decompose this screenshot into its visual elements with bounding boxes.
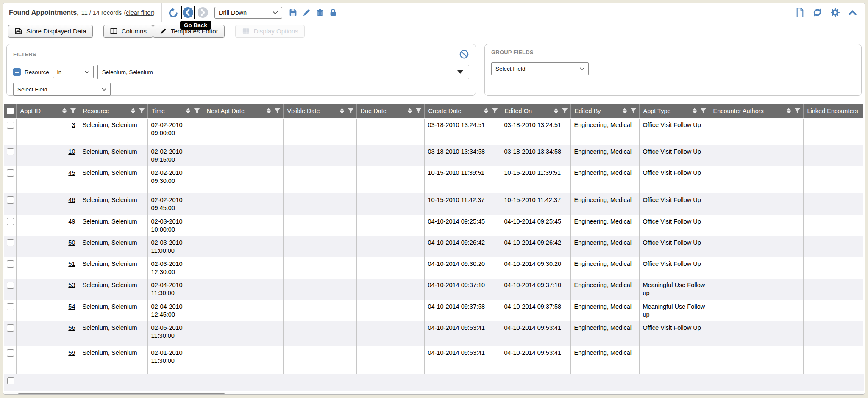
divider	[230, 22, 230, 40]
row-checkbox[interactable]	[7, 169, 14, 177]
filter-funnel-icon[interactable]	[139, 108, 145, 114]
go-back-focus-ring: Go Back	[181, 6, 195, 19]
appt-id-link[interactable]: 56	[68, 324, 75, 331]
due-date-cell	[356, 166, 424, 193]
lock-view-icon[interactable]	[329, 8, 337, 17]
column-label: Edited On	[505, 108, 551, 114]
filters-label: FILTERS	[13, 51, 36, 58]
appt-id-link[interactable]: 59	[68, 349, 75, 356]
settings-gear-icon[interactable]	[830, 7, 840, 18]
appt-id-link[interactable]: 50	[68, 239, 75, 246]
appt-type-cell: Office Visit Follow Up	[639, 321, 709, 346]
filter-funnel-icon[interactable]	[562, 108, 568, 114]
column-header-appt_id[interactable]: Appt ID	[16, 104, 79, 118]
sort-icon[interactable]	[186, 108, 191, 114]
collapse-chevron-up-icon[interactable]	[848, 8, 857, 17]
column-header-encounter_authors[interactable]: Encounter Authors	[709, 104, 803, 118]
column-header-edited_by[interactable]: Edited By	[570, 104, 639, 118]
linked-encounters-cell	[803, 145, 863, 166]
save-view-icon[interactable]	[289, 8, 298, 17]
horizontal-scrollbar[interactable]	[4, 392, 864, 395]
filter-field-name: Resource	[25, 69, 49, 75]
appt-id-link[interactable]: 51	[68, 260, 75, 267]
filter-funnel-icon[interactable]	[274, 108, 281, 114]
appt-id-link[interactable]: 49	[68, 218, 75, 225]
edited-by-cell: Engineering, Medical	[570, 279, 639, 300]
appt-id-link[interactable]: 53	[68, 282, 75, 288]
column-header-appt_type[interactable]: Appt Type	[639, 104, 709, 118]
column-header-due_date[interactable]: Due Date	[356, 104, 424, 118]
sort-icon[interactable]	[786, 108, 791, 114]
group-add-field-select[interactable]: Select Field	[491, 62, 589, 75]
column-header-resource[interactable]: Resource	[79, 104, 147, 118]
row-checkbox[interactable]	[7, 122, 14, 129]
columns-button[interactable]: Columns	[103, 25, 153, 38]
appt-id-link[interactable]: 45	[68, 169, 75, 176]
scrollbar-thumb[interactable]	[16, 393, 227, 395]
row-checkbox[interactable]	[7, 349, 14, 357]
sort-icon[interactable]	[622, 108, 627, 114]
new-document-icon[interactable]	[795, 7, 805, 18]
sort-icon[interactable]	[339, 108, 345, 114]
filter-funnel-icon[interactable]	[700, 108, 707, 114]
column-header-time[interactable]: Time	[147, 104, 203, 118]
row-checkbox[interactable]	[7, 218, 14, 225]
column-header-visible_date[interactable]: Visible Date	[283, 104, 356, 118]
clear-filter-link[interactable]: (clear filter)	[124, 9, 155, 16]
column-header-next_apt_date[interactable]: Next Apt Date	[203, 104, 283, 118]
edit-view-icon[interactable]	[302, 8, 311, 17]
filter-funnel-icon[interactable]	[70, 108, 76, 114]
scroll-right-arrow[interactable]	[855, 394, 860, 395]
clear-all-filters-icon[interactable]	[459, 49, 469, 59]
row-checkbox[interactable]	[7, 239, 14, 246]
column-header-linked_encounters[interactable]: Linked Encounters	[803, 104, 863, 118]
filter-funnel-icon[interactable]	[194, 108, 200, 114]
sort-icon[interactable]	[62, 108, 67, 114]
filter-add-field-select[interactable]: Select Field	[13, 83, 111, 96]
filter-funnel-icon[interactable]	[415, 108, 422, 114]
row-checkbox[interactable]	[7, 260, 14, 268]
column-label: Edited By	[575, 108, 619, 114]
scroll-left-arrow[interactable]	[8, 394, 13, 395]
filter-enabled-checkbox[interactable]	[13, 68, 21, 76]
sort-icon[interactable]	[266, 108, 271, 114]
sort-icon[interactable]	[407, 108, 412, 114]
edited-on-cell: 04-10-2014 09:53:41	[501, 346, 570, 374]
row-checkbox[interactable]	[7, 282, 14, 289]
sort-icon[interactable]	[131, 108, 136, 114]
refresh-icon[interactable]	[812, 7, 823, 18]
create-date-cell: 04-10-2014 09:30:20	[424, 257, 501, 279]
delete-view-icon[interactable]	[316, 8, 324, 17]
appt-id-link[interactable]: 10	[68, 148, 75, 155]
appt-id-link[interactable]: 54	[68, 303, 75, 310]
linked-encounters-cell	[803, 215, 863, 236]
go-back-icon[interactable]	[182, 7, 194, 18]
appt-id-link[interactable]: 3	[72, 122, 75, 128]
undo-icon[interactable]	[168, 7, 179, 18]
row-checkbox[interactable]	[7, 303, 14, 310]
row-checkbox-cell	[4, 166, 16, 193]
row-checkbox[interactable]	[7, 148, 14, 155]
filter-value-combo[interactable]: Selenium, Selenium	[97, 65, 469, 79]
filter-funnel-icon[interactable]	[630, 108, 637, 114]
drill-down-select[interactable]: Drill Down	[214, 7, 282, 19]
resource-cell: Selenium, Selenium	[79, 321, 147, 346]
sort-icon[interactable]	[692, 108, 697, 114]
appt-id-link[interactable]: 46	[68, 196, 75, 203]
sort-icon[interactable]	[554, 108, 559, 114]
row-checkbox[interactable]	[7, 196, 14, 204]
filter-funnel-icon[interactable]	[794, 108, 801, 114]
sort-icon[interactable]	[484, 108, 489, 114]
footer-checkbox[interactable]	[7, 377, 14, 384]
row-checkbox[interactable]	[7, 324, 14, 332]
column-header-create_date[interactable]: Create Date	[424, 104, 501, 118]
filter-operator-select[interactable]: in	[53, 66, 94, 78]
column-header-edited_on[interactable]: Edited On	[501, 104, 570, 118]
triangle-down-icon	[457, 70, 463, 74]
select-all-checkbox[interactable]	[7, 108, 14, 114]
due-date-cell	[356, 215, 424, 236]
resource-cell: Selenium, Selenium	[79, 279, 147, 300]
filter-funnel-icon[interactable]	[492, 108, 498, 114]
store-displayed-data-button[interactable]: Store Displayed Data	[8, 25, 93, 38]
filter-funnel-icon[interactable]	[348, 108, 354, 114]
